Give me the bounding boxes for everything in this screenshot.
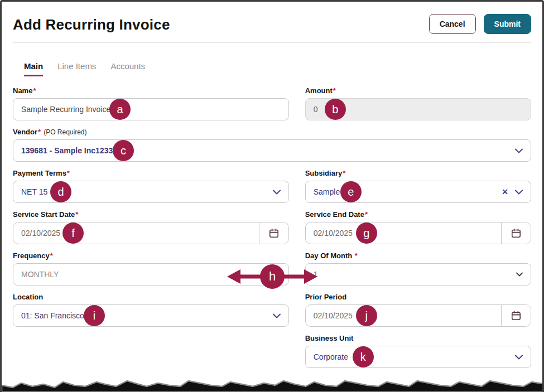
subsidiary-label: Subsidiary <box>305 169 342 177</box>
chevron-down-icon <box>515 355 523 360</box>
required-asterisk: * <box>333 86 336 95</box>
service-start-date-group: 02/10/2025 f <box>13 222 289 244</box>
chevron-down-icon <box>273 313 281 318</box>
annotation-badge-k: k <box>353 346 374 367</box>
service-start-date-input[interactable]: 02/10/2025 f <box>13 222 259 244</box>
annotation-badge-d: d <box>50 181 71 202</box>
name-value: Sample Recurring Invoice <box>21 105 110 114</box>
required-asterisk: * <box>33 86 36 95</box>
required-asterisk: * <box>355 251 358 260</box>
chevron-down-icon <box>515 148 523 153</box>
location-select[interactable]: 01: San Francisco i <box>13 304 289 327</box>
annotation-badge-i: i <box>84 305 105 326</box>
prior-period-value: 02/10/2025 <box>314 311 353 320</box>
torn-edge-decoration <box>2 376 544 392</box>
clear-icon[interactable]: ✕ <box>502 187 508 196</box>
annotation-badge-a: a <box>109 99 131 120</box>
submit-button[interactable]: Submit <box>484 14 531 34</box>
required-asterisk: * <box>75 210 78 219</box>
tab-accounts[interactable]: Accounts <box>110 61 145 76</box>
subsidiary-value: Sample <box>314 187 340 196</box>
location-label: Location <box>13 293 43 301</box>
amount-input: 0 b <box>305 98 531 120</box>
chevron-down-icon <box>515 187 523 196</box>
vendor-label: Vendor <box>13 128 37 136</box>
tab-main[interactable]: Main <box>24 61 43 76</box>
calendar-icon[interactable] <box>502 305 531 326</box>
service-end-date-input[interactable]: 02/10/2025 g <box>306 222 502 244</box>
vendor-value: 139681 - Sample Inc123333 <box>21 146 122 155</box>
business-unit-label: Business Unit <box>305 334 354 342</box>
prior-period-input[interactable]: 02/10/2025 j <box>306 305 502 326</box>
required-asterisk: * <box>365 210 368 219</box>
payment-terms-select[interactable]: NET 15 d <box>13 181 289 203</box>
service-end-date-group: 02/10/2025 g <box>305 222 531 244</box>
chevron-down-icon <box>516 272 523 277</box>
frequency-label: Frequency <box>13 251 50 260</box>
amount-label: Amount <box>305 86 333 95</box>
service-start-date-value: 02/10/2025 <box>21 229 60 238</box>
name-label: Name <box>13 86 32 95</box>
location-value: 01: San Francisco <box>21 311 84 320</box>
calendar-icon[interactable] <box>259 222 288 244</box>
chevron-down-icon <box>273 190 281 195</box>
required-asterisk: * <box>50 251 53 260</box>
annotation-badge-f: f <box>62 222 84 244</box>
business-unit-value: Corporate <box>314 352 348 361</box>
header: Add Recurring Invoice Cancel Submit <box>2 2 542 34</box>
prior-period-label: Prior Period <box>305 293 346 301</box>
subsidiary-select[interactable]: Sample e ✕ <box>305 181 531 203</box>
day-of-month-label: Day Of Month <box>305 251 354 260</box>
tab-line-items[interactable]: Line Items <box>57 61 96 76</box>
tab-bar: Main Line Items Accounts <box>24 61 520 76</box>
annotation-badge-b: b <box>325 99 346 120</box>
frequency-input[interactable]: MONTHLY <box>13 263 289 285</box>
header-actions: Cancel Submit <box>429 13 531 34</box>
payment-terms-label: Payment Terms <box>13 169 66 177</box>
amount-value: 0 <box>314 105 318 114</box>
day-of-month-select[interactable]: 1 <box>305 263 531 285</box>
required-asterisk: * <box>343 169 345 177</box>
annotation-badge-e: e <box>340 181 362 202</box>
prior-period-group: 02/10/2025 j <box>305 304 531 327</box>
service-start-date-label: Service Start Date <box>13 210 75 219</box>
frequency-value: MONTHLY <box>21 270 59 279</box>
add-recurring-invoice-window: Add Recurring Invoice Cancel Submit Main… <box>0 0 544 392</box>
header-divider <box>13 42 531 42</box>
business-unit-select[interactable]: Corporate k <box>305 346 531 368</box>
required-asterisk: * <box>67 169 70 177</box>
service-end-date-label: Service End Date <box>305 210 364 219</box>
service-end-date-value: 02/10/2025 <box>314 229 353 238</box>
name-input[interactable]: Sample Recurring Invoice a <box>13 98 289 120</box>
required-asterisk: * <box>38 128 41 136</box>
page-title: Add Recurring Invoice <box>13 13 170 33</box>
vendor-select[interactable]: 139681 - Sample Inc123333 c <box>13 139 531 162</box>
payment-terms-value: NET 15 <box>21 187 47 196</box>
annotation-badge-c: c <box>113 140 134 161</box>
cancel-button[interactable]: Cancel <box>429 14 476 34</box>
day-of-month-value: 1 <box>314 270 318 279</box>
vendor-label-suffix: (PO Required) <box>44 128 86 136</box>
annotation-badge-j: j <box>356 305 377 326</box>
annotation-badge-g: g <box>356 222 377 244</box>
calendar-icon[interactable] <box>502 222 531 244</box>
